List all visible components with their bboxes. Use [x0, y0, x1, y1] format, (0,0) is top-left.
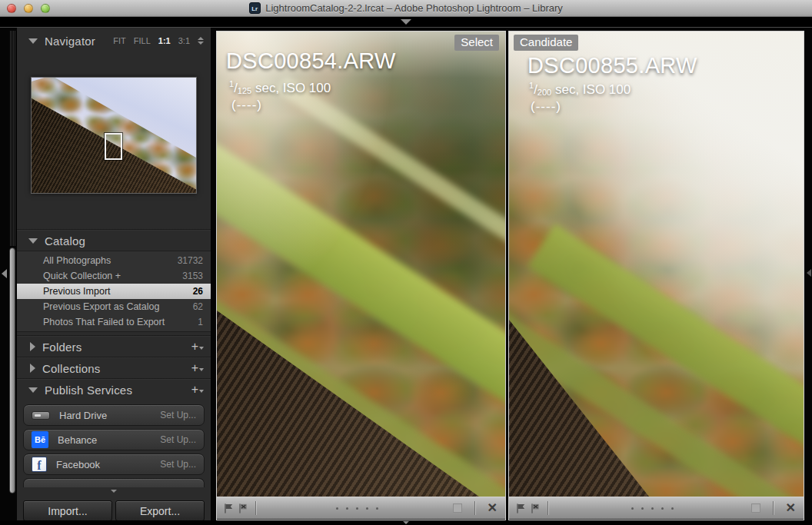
publish-service-facebook[interactable]: f Facebook Set Up... — [23, 454, 205, 475]
rating-dots[interactable] — [554, 507, 751, 510]
zoom-mode-1-1[interactable]: 1:1 — [158, 36, 171, 45]
close-window-button[interactable] — [7, 4, 16, 13]
select-lens: (----) — [231, 98, 262, 113]
left-panel: Navigator FIT FILL 1:1 3:1 Catalog — [17, 28, 211, 525]
pick-flag-icon[interactable] — [515, 503, 527, 514]
candidate-photo[interactable]: Candidate DSC00855.ARW 1/200 sec, ISO 10… — [509, 32, 804, 497]
filmstrip-reveal-icon[interactable] — [403, 521, 409, 524]
facebook-icon: f — [32, 457, 47, 472]
rating-dot[interactable] — [661, 507, 664, 510]
setup-link[interactable]: Set Up... — [160, 410, 196, 420]
rating-dot[interactable] — [376, 507, 378, 510]
filmstrip-collapsed-strip — [0, 520, 812, 525]
reject-flag-icon[interactable] — [238, 503, 249, 514]
import-button[interactable]: Import... — [23, 500, 112, 521]
module-picker-strip — [0, 17, 812, 28]
sidebar-scrollbar-thumb[interactable] — [9, 248, 15, 493]
select-pane[interactable]: Select DSC00854.ARW 1/125 sec, ISO 100 (… — [216, 31, 506, 520]
count-badge: 1 — [198, 317, 203, 327]
catalog-item-previous-import[interactable]: Previous Import 26 — [17, 284, 211, 299]
catalog-list: All Photographs 31732 Quick Collection +… — [17, 251, 211, 332]
color-label-swatch[interactable] — [453, 503, 462, 513]
navigator-collapse-icon[interactable] — [28, 38, 38, 44]
setup-link[interactable]: Set Up... — [160, 459, 196, 470]
publish-services-header[interactable]: Publish Services + — [17, 380, 211, 400]
export-button[interactable]: Export... — [115, 500, 205, 521]
navigator-zoom-rect[interactable] — [105, 133, 122, 160]
folders-title: Folders — [42, 341, 82, 354]
rating-dot[interactable] — [671, 507, 674, 510]
navigator-header[interactable]: Navigator FIT FILL 1:1 3:1 — [17, 31, 211, 51]
deselect-photo-button[interactable]: ✕ — [786, 502, 796, 514]
compare-view: Select DSC00854.ARW 1/125 sec, ISO 100 (… — [211, 28, 812, 525]
setup-link[interactable]: Set Up... — [160, 434, 196, 445]
lightroom-app-icon: Lr — [249, 2, 261, 14]
select-photo[interactable]: Select DSC00854.ARW 1/125 sec, ISO 100 (… — [217, 32, 505, 497]
sidebar-scrollbar-track[interactable] — [9, 31, 15, 246]
titlebar: Lr LightroomCatalog-2-2.lrcat – Adobe Ph… — [0, 0, 812, 17]
catalog-collapse-icon[interactable] — [28, 238, 38, 244]
catalog-header[interactable]: Catalog — [17, 231, 211, 251]
rating-dot[interactable] — [336, 507, 338, 510]
collections-expand-icon[interactable] — [30, 364, 35, 373]
deselect-photo-button[interactable]: ✕ — [488, 502, 498, 514]
toolbar-divider — [255, 501, 256, 515]
window-title: LightroomCatalog-2-2.lrcat – Adobe Photo… — [265, 2, 563, 14]
candidate-badge: Candidate — [514, 35, 578, 51]
count-badge: 3153 — [182, 271, 203, 281]
add-collection-icon[interactable]: + — [191, 364, 204, 372]
publish-services-list: Hard Drive Set Up... Bē Behance Set Up..… — [17, 400, 211, 493]
toolbar-divider — [773, 501, 774, 515]
navigator-title: Navigator — [45, 35, 95, 48]
rating-dot[interactable] — [356, 507, 358, 510]
rating-dot[interactable] — [651, 507, 654, 510]
rating-dots[interactable] — [262, 507, 453, 510]
zoom-ratio-stepper-icon[interactable] — [198, 37, 204, 45]
catalog-title: Catalog — [45, 234, 85, 248]
hard-drive-icon — [32, 411, 50, 420]
navigator-preview — [17, 51, 211, 229]
collections-header[interactable]: Collections + — [17, 358, 211, 378]
rating-dot[interactable] — [366, 507, 368, 510]
catalog-item-failed-export[interactable]: Photos That Failed to Export 1 — [17, 314, 211, 330]
add-folder-icon[interactable]: + — [191, 343, 204, 351]
panel-scroll-down-icon[interactable] — [111, 490, 117, 493]
behance-icon: Bē — [32, 431, 48, 448]
rating-dot[interactable] — [641, 507, 644, 510]
rating-dot[interactable] — [631, 507, 634, 510]
add-publish-service-icon[interactable]: + — [191, 386, 204, 394]
toolbar-divider — [547, 501, 548, 515]
catalog-item-all-photographs[interactable]: All Photographs 31732 — [17, 253, 211, 268]
publish-service-hard-drive[interactable]: Hard Drive Set Up... — [23, 404, 205, 426]
toolbar-divider — [474, 501, 475, 515]
reject-flag-icon[interactable] — [530, 503, 541, 514]
candidate-toolbar: ✕ — [509, 497, 804, 519]
zoom-mode-fit[interactable]: FIT — [113, 36, 126, 45]
catalog-item-previous-export[interactable]: Previous Export as Catalog 62 — [17, 299, 211, 314]
catalog-item-quick-collection[interactable]: Quick Collection + 3153 — [17, 268, 211, 284]
publish-service-partial-row[interactable] — [23, 478, 205, 487]
count-badge: 62 — [193, 301, 203, 312]
count-badge: 26 — [193, 286, 203, 297]
zoom-mode-fill[interactable]: FILL — [134, 36, 151, 45]
publish-service-behance[interactable]: Bē Behance Set Up... — [23, 429, 205, 450]
minimize-window-button[interactable] — [24, 4, 33, 13]
folders-header[interactable]: Folders + — [17, 337, 211, 357]
module-picker-reveal-icon[interactable] — [401, 19, 411, 25]
candidate-pane[interactable]: Candidate DSC00855.ARW 1/200 sec, ISO 10… — [508, 31, 804, 520]
candidate-filename: DSC00855.ARW — [527, 53, 697, 78]
zoom-mode-3-1[interactable]: 3:1 — [178, 36, 190, 45]
right-panel-reveal-icon[interactable] — [807, 269, 811, 277]
left-panel-collapse-icon[interactable] — [2, 269, 7, 278]
pick-flag-icon[interactable] — [223, 503, 235, 514]
zoom-window-button[interactable] — [41, 4, 50, 13]
select-toolbar: ✕ — [217, 497, 505, 519]
select-badge: Select — [454, 35, 499, 51]
folders-expand-icon[interactable] — [30, 342, 35, 351]
candidate-lens: (----) — [531, 99, 561, 115]
navigator-thumbnail[interactable] — [31, 77, 197, 194]
rating-dot[interactable] — [346, 507, 348, 510]
publish-title: Publish Services — [45, 384, 132, 397]
color-label-swatch[interactable] — [751, 503, 760, 513]
publish-collapse-icon[interactable] — [28, 387, 38, 393]
